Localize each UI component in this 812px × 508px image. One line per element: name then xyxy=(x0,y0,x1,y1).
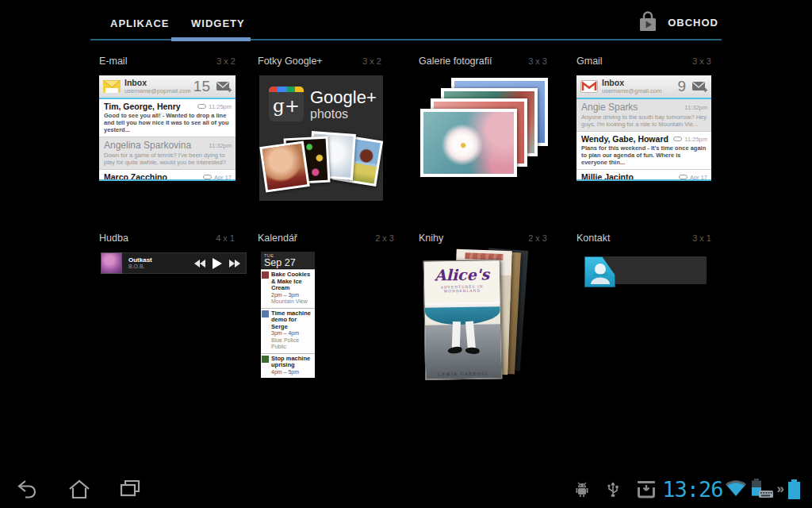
gmail-widget-size: 3 x 3 xyxy=(692,56,711,66)
recents-button[interactable] xyxy=(114,475,146,502)
email-message-row: Marco Zacchino Apr 17 I love Android pho… xyxy=(99,169,236,181)
gmail-account-block: Inbox username@gmail.com xyxy=(602,79,673,94)
event2-title: Stop machine uprising xyxy=(271,356,312,369)
email-widget-title: E-mail xyxy=(99,56,127,67)
photo-stack-item-blossom xyxy=(420,109,517,177)
email-widget-size: 3 x 2 xyxy=(216,56,236,66)
gmail-widget-label: Gmail 3 x 3 xyxy=(576,56,711,67)
gmail-msg1-time: 11:25pm xyxy=(684,136,707,143)
next-track-icon[interactable] xyxy=(229,260,240,267)
email-widget-header: Inbox username@popmail.com 15 xyxy=(99,75,236,99)
gmail-widget-preview[interactable]: Inbox username@gmail.com 9 Angie Sparks … xyxy=(576,75,711,181)
gplus-logo-text: g+ xyxy=(269,92,304,119)
gmail-message-row: Wendy, Gabe, Howard 11:25pm Plans for th… xyxy=(576,131,711,169)
contact-widget-label: Kontakt 3 x 1 xyxy=(576,233,711,244)
event2-time: 4pm – 5pm xyxy=(271,369,312,376)
music-widget-preview[interactable]: Outkast B.O.B. xyxy=(101,252,247,274)
shop-button[interactable]: OBCHOD xyxy=(638,11,718,33)
event0-time: 2pm – 3pm xyxy=(271,292,312,299)
tab-aplikace[interactable]: APLIKACE xyxy=(110,17,169,29)
email-msg1-time: 11:32pm xyxy=(209,142,232,149)
event-color-swatch xyxy=(262,271,269,279)
email-msg0-sender: Tim, George, Henry xyxy=(104,102,181,111)
event1-time: 3pm – 4pm xyxy=(271,330,312,337)
email-widget-label: E-mail 3 x 2 xyxy=(99,56,236,67)
battery-icon xyxy=(787,479,801,499)
calendar-event: Time machine demo for Serge 3pm – 4pm Bl… xyxy=(261,308,315,353)
contact-widget-size: 3 x 1 xyxy=(692,233,711,243)
track-title: Outkast xyxy=(128,256,194,264)
gmail-msg0-sender: Angie Sparks xyxy=(581,102,638,113)
tab-widgety[interactable]: WIDGETY xyxy=(191,17,245,29)
email-msg0-snippet: Good to see you all! - Wanted to drop a … xyxy=(104,112,232,133)
adb-robot-icon xyxy=(575,481,589,497)
track-info: Outkast B.O.B. xyxy=(128,256,194,270)
gmail-widget-title: Gmail xyxy=(576,56,603,67)
email-widget-preview[interactable]: Inbox username@popmail.com 15 Tim, Georg… xyxy=(99,75,236,181)
wifi-icon xyxy=(725,479,747,498)
previous-track-icon[interactable] xyxy=(194,260,205,267)
books-widget-preview[interactable]: Alice's ADVENTURES IN WONDERLAND LEWIS C… xyxy=(424,248,527,383)
book-author: LEWIS CARROLL xyxy=(426,371,501,377)
status-tray[interactable]: 13:26 xyxy=(575,470,812,508)
home-icon xyxy=(67,479,91,499)
email-msg1-sender: Angelina Sparkovina xyxy=(104,140,191,151)
gplus-widget-title: Fotky Google+ xyxy=(258,56,323,67)
gplus-photo-fan xyxy=(259,128,383,201)
system-bar: 13:26 xyxy=(0,470,812,508)
calendar-date: Sep 27 xyxy=(264,258,312,268)
gmail-msg2-sender: Millie Jacinto xyxy=(581,172,634,181)
calendar-event: Stop machine uprising 4pm – 5pm xyxy=(261,353,315,379)
bubble-pointer xyxy=(602,256,615,275)
email-message-row: Angelina Sparkovina 11:32pm Down for a g… xyxy=(99,137,236,169)
attachment-icon xyxy=(203,175,212,179)
play-store-bag-icon xyxy=(638,11,658,33)
play-icon[interactable] xyxy=(213,258,222,269)
contact-widget-title: Kontakt xyxy=(576,233,610,244)
gmail-msg2-time: Apr 17 xyxy=(690,174,707,181)
back-icon xyxy=(16,479,38,499)
back-button[interactable] xyxy=(11,475,43,502)
music-widget-size: 4 x 1 xyxy=(216,233,235,243)
event0-location: Mountain View xyxy=(271,298,312,306)
track-artist: B.O.B. xyxy=(128,264,194,270)
email-unread-count: 15 xyxy=(193,78,210,95)
email-msg2-sender: Marco Zacchino xyxy=(104,172,167,181)
calendar-widget-preview[interactable]: TUE Sep 27 Bake Cookies & Make Ice Cream… xyxy=(261,252,315,378)
event1-location: Blue Police Public xyxy=(271,337,312,351)
event0-title: Bake Cookies & Make Ice Cream xyxy=(271,271,312,292)
widget-picker-screen: APLIKACE WIDGETY OBCHOD E-mail 3 x 2 Fot… xyxy=(0,0,812,508)
top-action-bar: APLIKACE WIDGETY OBCHOD xyxy=(0,0,812,44)
gmail-msg1-sender: Wendy, Gabe, Howard xyxy=(581,134,668,144)
gallery-widget-size: 3 x 3 xyxy=(528,56,547,66)
books-widget-title: Knihy xyxy=(419,233,443,244)
contact-quick-action-panel xyxy=(615,256,707,284)
gallery-widget-preview[interactable] xyxy=(420,78,551,193)
alice-dress-band xyxy=(425,306,500,325)
attachment-icon xyxy=(679,175,688,179)
calendar-widget-title: Kalendář xyxy=(258,233,297,244)
usb-icon xyxy=(607,480,619,498)
gallery-widget-label: Galerie fotografií 3 x 3 xyxy=(419,56,547,67)
google-plus-photos-widget-preview[interactable]: g+ Google+ photos xyxy=(259,75,383,201)
gplus-title-line2: photos xyxy=(310,107,377,121)
calendar-header: TUE Sep 27 xyxy=(261,252,315,269)
calendar-widget-size: 2 x 3 xyxy=(375,233,394,243)
home-button[interactable] xyxy=(63,475,95,502)
gmail-msg0-time: 11:32pm xyxy=(684,104,707,111)
expand-chevrons-icon: » xyxy=(777,481,784,497)
gallery-widget-title: Galerie fotografií xyxy=(419,56,492,67)
album-art xyxy=(101,252,122,274)
shop-button-label: OBCHOD xyxy=(668,17,718,29)
books-widget-size: 2 x 3 xyxy=(528,233,547,243)
gmail-compose-icon xyxy=(692,81,707,93)
gmail-account-address: username@gmail.com xyxy=(602,87,673,94)
gmail-unread-count: 9 xyxy=(677,78,686,95)
gmail-msg1-snippet: Plans for this weekend - It's time once … xyxy=(581,144,707,166)
email-account-block: Inbox username@popmail.com xyxy=(124,79,190,94)
status-clock[interactable]: 13:26 xyxy=(662,477,722,502)
books-widget-label: Knihy 2 x 3 xyxy=(419,233,547,244)
gmail-message-row: Angie Sparks 11:32pm Anyone driving to t… xyxy=(576,99,711,131)
book-cover-alice: Alice's ADVENTURES IN WONDERLAND LEWIS C… xyxy=(423,260,503,380)
gmail-inbox-label: Inbox xyxy=(602,79,673,87)
